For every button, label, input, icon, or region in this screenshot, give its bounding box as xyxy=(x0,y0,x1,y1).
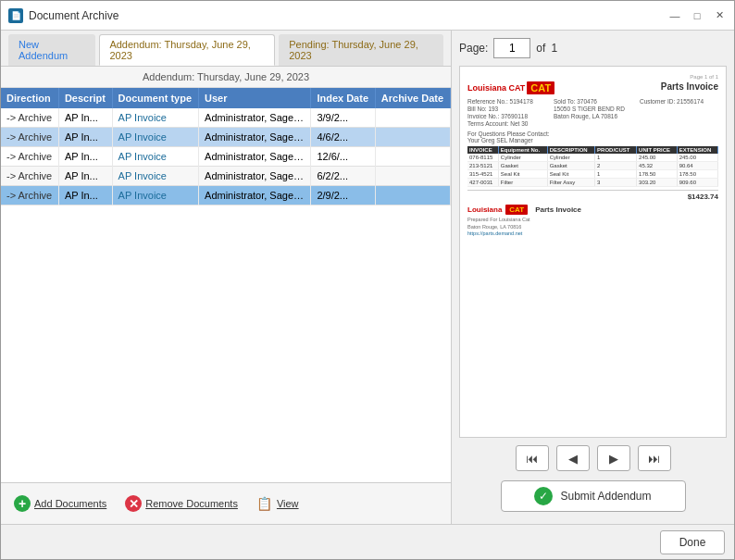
table-cell: 2/9/2... xyxy=(311,186,375,205)
table-row[interactable]: -> ArchiveAP In...AP InvoiceAdministrato… xyxy=(1,167,451,186)
inv-cell: 315-4521 xyxy=(467,170,498,179)
table-row[interactable]: -> ArchiveAP In...AP InvoiceAdministrato… xyxy=(1,128,451,147)
inv-cell: Gasket xyxy=(498,162,547,170)
inv-cell: 303.20 xyxy=(637,179,678,187)
tabs-bar: New Addendum Addendum: Thursday, June 29… xyxy=(1,31,451,67)
title-bar-left: 📄 Document Archive xyxy=(8,8,118,23)
minimize-button[interactable]: — xyxy=(667,8,682,23)
inv-row-2: 213-5121 Gasket Gasket 2 45.32 90.64 xyxy=(467,162,718,170)
next-page-button[interactable]: ▶ xyxy=(597,445,630,471)
main-content: New Addendum Addendum: Thursday, June 29… xyxy=(1,31,734,524)
inv-cell: Cylinder xyxy=(498,154,547,162)
remove-documents-label: Remove Documents xyxy=(145,498,238,509)
document-table-container: Direction Descript Document type User In… xyxy=(1,88,451,285)
last-page-button[interactable]: ⏭ xyxy=(638,445,671,471)
inv-row-4: 427-0031 Filter Filter Assy 3 303.20 909… xyxy=(467,179,718,187)
contact-label: For Questions Please Contact: xyxy=(467,131,718,137)
table-cell: AP Invoice xyxy=(112,147,199,167)
inv-cell: 178.50 xyxy=(677,170,717,179)
table-cell: 6/2/2... xyxy=(311,167,375,186)
add-documents-button[interactable]: + Add Documents xyxy=(10,493,110,514)
add-icon: + xyxy=(14,495,31,512)
table-cell: 12/6/... xyxy=(311,147,375,167)
inv-cell: 909.60 xyxy=(677,179,717,187)
tab-addendum-thursday[interactable]: Addendum: Thursday, June 29, 2023 xyxy=(99,34,275,66)
table-cell: Administrator, Sage Paperless xyxy=(199,108,311,128)
submit-label: Submit Addendum xyxy=(560,490,651,503)
table-cell xyxy=(375,147,450,167)
contact-person: Your Greg SEL Manager xyxy=(467,137,718,143)
inv-cell: 427-0031 xyxy=(467,179,498,187)
view-icon: 📋 xyxy=(256,495,273,512)
table-row[interactable]: -> ArchiveAP In...AP InvoiceAdministrato… xyxy=(1,147,451,167)
inv-cell: 1 xyxy=(595,154,637,162)
close-button[interactable]: ✕ xyxy=(712,8,727,23)
inv-table-body: 076-8115 Cylinder Cylinder 1 245.00 245.… xyxy=(467,154,718,187)
invoice-line-table: INVOICE Equipment No. DESCRIPTION PROD/C… xyxy=(467,146,718,187)
page-input[interactable] xyxy=(493,38,530,58)
inv-cell: Filter Assy xyxy=(547,179,594,187)
bottom-toolbar: + Add Documents ✕ Remove Documents 📋 Vie… xyxy=(1,482,451,524)
addendum-header: Addendum: Thursday, June 29, 2023 xyxy=(1,67,451,88)
remove-icon: ✕ xyxy=(125,495,142,512)
table-cell: AP Invoice xyxy=(112,128,199,147)
view-button[interactable]: 📋 View xyxy=(253,493,303,514)
inv-col-qty: PROD/CUST xyxy=(595,146,637,154)
col-descript: Descript xyxy=(58,88,112,108)
inv-cell: 178.50 xyxy=(637,170,678,179)
done-button[interactable]: Done xyxy=(660,530,725,554)
table-cell: -> Archive xyxy=(1,128,58,147)
tab-pending-thursday[interactable]: Pending: Thursday, June 29, 2023 xyxy=(279,34,443,66)
col-direction: Direction xyxy=(1,88,58,108)
footer-company: Louisiana xyxy=(467,205,502,214)
page-total: 1 xyxy=(551,42,557,55)
maximize-button[interactable]: □ xyxy=(690,8,704,23)
table-cell: AP In... xyxy=(58,128,112,147)
table-row[interactable]: -> ArchiveAP In...AP InvoiceAdministrato… xyxy=(1,186,451,205)
window-title: Document Archive xyxy=(29,9,118,22)
tab-new-addendum[interactable]: New Addendum xyxy=(8,34,95,66)
contact-info: For Questions Please Contact: Your Greg … xyxy=(467,131,718,143)
table-header-row: Direction Descript Document type User In… xyxy=(1,88,451,108)
invoice-info: Reference No.: 5194178 Bill No: 193 Invo… xyxy=(467,98,718,128)
table-cell: AP Invoice xyxy=(112,167,199,186)
right-panel: Page: of 1 Page 1 of 1 Louisiana CAT CAT… xyxy=(452,31,734,524)
table-cell: -> Archive xyxy=(1,147,58,167)
table-cell: Administrator, Sage Paperless xyxy=(199,147,311,167)
cat-logo-text: CAT xyxy=(527,81,554,94)
inv-cell: 3 xyxy=(595,179,637,187)
invoice-footer-text: Prepared For Louisiana Cat Baton Rouge, … xyxy=(467,217,718,238)
address1: 15050 S TIGER BEND RD xyxy=(554,106,632,112)
table-cell: -> Archive xyxy=(1,167,58,186)
inv-cell: 1 xyxy=(595,170,637,179)
inv-cell: Seal Kit xyxy=(498,170,547,179)
inv-cell: 90.64 xyxy=(677,162,717,170)
table-cell: 4/6/2... xyxy=(311,128,375,147)
footer-title: Parts Invoice xyxy=(535,205,581,214)
customer-id: Customer ID: 21556174 xyxy=(640,98,718,105)
table-row[interactable]: -> ArchiveAP In...AP InvoiceAdministrato… xyxy=(1,108,451,128)
inv-table-header: INVOICE Equipment No. DESCRIPTION PROD/C… xyxy=(467,146,718,154)
invoice-title: Parts Invoice xyxy=(661,81,718,94)
done-bar: Done xyxy=(1,524,734,559)
page-of: of xyxy=(536,42,545,55)
footer-cat: CAT xyxy=(505,205,528,215)
document-preview: Page 1 of 1 Louisiana CAT CAT Parts Invo… xyxy=(459,66,727,438)
submit-addendum-button[interactable]: ✓ Submit Addendum xyxy=(501,480,686,512)
louisiana-label: Louisiana CAT xyxy=(467,83,525,93)
title-bar: 📄 Document Archive — □ ✕ xyxy=(1,1,734,31)
bill-no: Bill No: 193 xyxy=(467,106,546,112)
prev-page-button[interactable]: ◀ xyxy=(556,445,590,471)
first-page-button[interactable]: ⏮ xyxy=(516,445,549,471)
table-cell xyxy=(375,186,450,205)
table-cell xyxy=(375,128,450,147)
inv-cell: 45.32 xyxy=(637,162,678,170)
inv-cell: 213-5121 xyxy=(467,162,498,170)
table-cell: AP In... xyxy=(58,147,112,167)
inv-cell: Filter xyxy=(498,179,547,187)
remove-documents-button[interactable]: ✕ Remove Documents xyxy=(121,493,242,514)
inv-row-1: 076-8115 Cylinder Cylinder 1 245.00 245.… xyxy=(467,154,718,162)
inv-col-equipment: Equipment No. xyxy=(498,146,547,154)
table-cell: -> Archive xyxy=(1,108,58,128)
terms: Terms Account: Net 30 xyxy=(467,120,546,127)
